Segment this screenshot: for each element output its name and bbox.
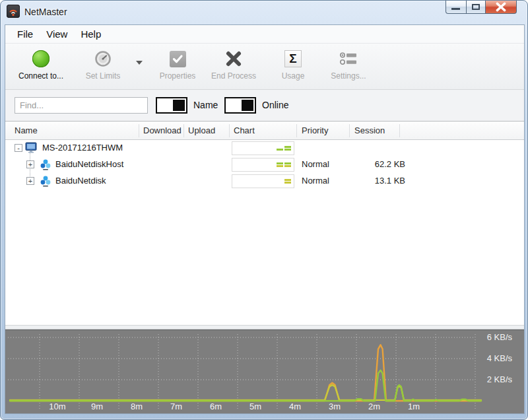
row-sparkline [232, 174, 294, 188]
row-session: 13.1 KB [354, 176, 405, 186]
y-tick-label: 6 KB/s [487, 332, 513, 342]
gauge-icon [94, 50, 112, 68]
toggle-knob [173, 100, 185, 111]
x-tick-label: 2m [368, 402, 380, 411]
maximize-button[interactable] [466, 1, 486, 14]
row-session: 62.2 KB [354, 159, 405, 169]
maximize-icon [472, 4, 480, 10]
y-tick-label: 2 KB/s [487, 374, 513, 384]
x-tick-label: 8m [131, 402, 143, 411]
menu-file[interactable]: File [11, 26, 40, 42]
connect-icon [32, 50, 50, 67]
x-tick-label: 9m [91, 402, 103, 411]
netdisk-icon [40, 175, 51, 188]
table-row[interactable]: + BaiduNetdiskHost Normal 62.2 KB [5, 157, 524, 173]
row-name: MS-20171216THWM [42, 143, 123, 153]
column-separator [183, 124, 184, 137]
column-header-upload[interactable]: Upload [188, 125, 215, 135]
x-tick-label: 5m [249, 402, 261, 411]
x-tick-label: 10m [49, 402, 65, 411]
sigma-icon: Σ [284, 50, 302, 67]
radio-list-icon [339, 52, 358, 66]
process-tree: - MS-20171216THWM + [5, 140, 524, 190]
wifi-icon [7, 5, 20, 18]
column-header-session[interactable]: Session [354, 125, 385, 135]
x-cross-icon [225, 50, 242, 67]
set-limits-dropdown-icon[interactable] [136, 61, 143, 65]
traffic-chart: 10m9m8m7m6m5m4m3m2m1m2 KB/s4 KB/s6 KB/s [5, 330, 524, 413]
netdisk-icon [40, 158, 51, 171]
panel-splitter[interactable] [5, 325, 524, 330]
close-icon [486, 1, 516, 13]
traffic-chart-panel: 10m9m8m7m6m5m4m3m2m1m2 KB/s4 KB/s6 KB/s [5, 330, 524, 413]
close-button[interactable] [486, 1, 517, 14]
expand-toggle[interactable]: + [26, 177, 34, 185]
row-name: BaiduNetdiskHost [55, 159, 123, 169]
column-separator [349, 124, 350, 137]
properties-button[interactable]: Properties [152, 49, 203, 81]
end-process-button[interactable]: End Process [206, 49, 261, 81]
online-filter-label: Online [262, 100, 288, 110]
column-separator [296, 124, 297, 137]
app-window: NetMaster File View Help Connect to... [0, 0, 528, 420]
column-separator [229, 124, 230, 137]
properties-label: Properties [160, 71, 196, 81]
column-separator [139, 124, 139, 137]
set-limits-label: Set Limits [86, 71, 121, 81]
usage-label: Usage [282, 71, 305, 81]
table-header: Name Download Upload Chart Priority Sess… [5, 122, 524, 140]
x-tick-label: 1m [408, 402, 420, 411]
menu-bar: File View Help [5, 25, 524, 44]
menu-help[interactable]: Help [74, 26, 108, 42]
column-header-chart[interactable]: Chart [234, 125, 255, 135]
toggle-knob [242, 100, 253, 111]
minimize-button[interactable] [446, 1, 466, 14]
usage-button[interactable]: Σ Usage [273, 49, 313, 81]
toolbar: Connect to... Set Limits [5, 44, 524, 90]
window-title: NetMaster [24, 7, 67, 17]
settings-button[interactable]: Settings... [325, 49, 372, 81]
checkbox-icon [170, 51, 186, 67]
x-tick-label: 6m [210, 402, 222, 411]
row-priority: Normal [302, 176, 329, 186]
computer-icon [25, 142, 38, 154]
column-separator [399, 124, 400, 137]
column-header-priority[interactable]: Priority [302, 125, 328, 135]
table-empty-area [5, 190, 524, 325]
expand-toggle[interactable]: + [26, 160, 34, 168]
x-tick-label: 4m [289, 402, 301, 411]
connect-to-button[interactable]: Connect to... [11, 49, 71, 81]
row-sparkline [232, 141, 294, 155]
minimize-icon [451, 8, 460, 10]
table-row[interactable]: + BaiduNetdisk Normal 13.1 KB [5, 173, 524, 190]
menu-view[interactable]: View [40, 26, 74, 42]
title-bar[interactable]: NetMaster [1, 1, 527, 24]
connect-to-label: Connect to... [18, 71, 63, 81]
set-limits-button[interactable]: Set Limits [77, 49, 129, 81]
settings-label: Settings... [331, 71, 366, 81]
client-area: File View Help Connect to... Set L [5, 24, 525, 414]
name-filter-label: Name [193, 100, 218, 110]
end-process-label: End Process [211, 71, 256, 81]
app-icon [7, 5, 20, 18]
row-sparkline [232, 158, 294, 172]
row-name: BaiduNetdisk [55, 176, 106, 186]
x-tick-label: 7m [170, 402, 182, 411]
table-row[interactable]: - MS-20171216THWM [5, 140, 524, 157]
name-filter-toggle[interactable] [156, 97, 187, 114]
collapse-toggle[interactable]: - [15, 144, 22, 152]
window-controls [446, 1, 517, 14]
row-priority: Normal [302, 159, 329, 169]
x-tick-label: 3m [329, 402, 341, 411]
filter-bar: Name Online [5, 90, 524, 122]
y-tick-label: 4 KB/s [487, 353, 513, 363]
online-filter-toggle[interactable] [224, 97, 256, 114]
column-header-download[interactable]: Download [143, 125, 182, 135]
column-header-name[interactable]: Name [15, 125, 38, 135]
find-input[interactable] [15, 97, 148, 114]
